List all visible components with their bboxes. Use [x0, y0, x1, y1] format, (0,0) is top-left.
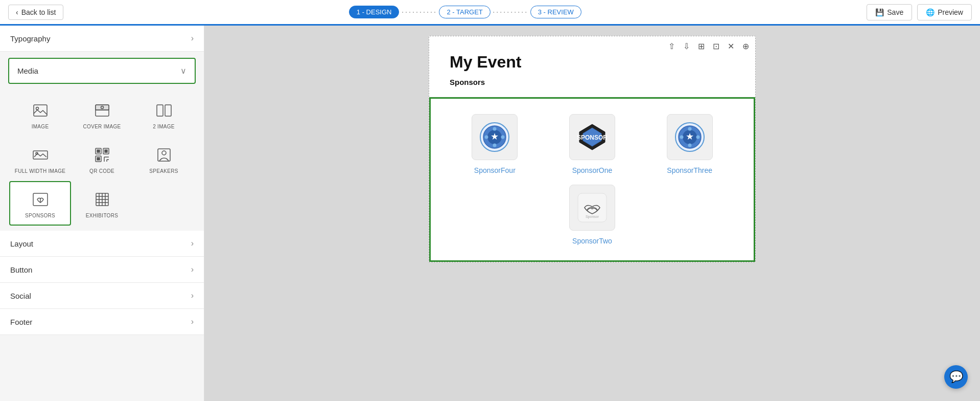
svg-point-47: [688, 144, 691, 147]
chevron-down-icon: ∨: [180, 66, 186, 76]
svg-point-21: [162, 151, 166, 155]
step-target: 2 - TARGET: [439, 6, 490, 18]
add-button[interactable]: ⊕: [740, 40, 751, 52]
cover-image-icon: [93, 101, 111, 120]
svg-point-36: [493, 144, 497, 147]
save-icon: 💾: [875, 8, 884, 16]
svg-point-9: [36, 152, 38, 154]
cover-image-label: COVER IMAGE: [83, 124, 121, 129]
sidebar-item-layout[interactable]: Layout ›: [0, 231, 204, 257]
chat-icon: 💬: [949, 370, 963, 384]
svg-text:★: ★: [491, 131, 499, 142]
back-button[interactable]: ‹ Back to list: [8, 5, 63, 20]
sponsors-icon: [31, 190, 50, 209]
sidebar-item-typography[interactable]: Typography ›: [0, 26, 204, 52]
chevron-right-button-icon: ›: [191, 265, 194, 274]
topbar-left: ‹ Back to list: [8, 5, 63, 20]
step-design-label[interactable]: 1 - DESIGN: [349, 6, 400, 18]
duplicate-button[interactable]: ⊞: [696, 40, 707, 52]
sidebar-item-button[interactable]: Button ›: [0, 257, 204, 283]
svg-text:SPONSOR: SPONSOR: [577, 134, 608, 141]
footer-label: Footer: [10, 318, 32, 326]
back-label: Back to list: [21, 8, 56, 16]
chevron-left-icon: ‹: [16, 8, 18, 16]
svg-point-51: [591, 206, 594, 209]
layout-label: Layout: [10, 239, 33, 248]
speakers-icon: [155, 146, 173, 164]
preview-label: Preview: [938, 8, 963, 16]
media-label: Media: [17, 66, 38, 75]
topbar: ‹ Back to list 1 - DESIGN ·········· 2 -…: [0, 0, 980, 26]
media-item-2image[interactable]: 2 IMAGE: [133, 92, 195, 137]
chevron-right-footer-icon: ›: [191, 317, 194, 326]
svg-rect-8: [33, 151, 48, 159]
sponsor-card-one: SPONSOR SponsorOne: [549, 114, 636, 174]
media-item-exhibitors[interactable]: EXHIBITORS: [71, 181, 133, 226]
sidebar-item-media[interactable]: Media ∨: [8, 58, 196, 84]
svg-text:★: ★: [686, 131, 694, 142]
step-review: 3 - REVIEW: [530, 6, 581, 18]
sponsor-card-four: ★ SponsorFour: [451, 114, 539, 174]
svg-point-1: [36, 107, 38, 110]
media-item-sponsors[interactable]: SPONSORS: [9, 181, 71, 226]
media-item-cover-image[interactable]: COVER IMAGE: [71, 92, 133, 137]
svg-rect-3: [96, 105, 109, 110]
social-label: Social: [10, 292, 31, 300]
sponsor-name-three: SponsorThree: [667, 166, 712, 174]
sponsor-logo-three: ★: [667, 114, 713, 160]
2image-icon: [155, 101, 173, 120]
speakers-label: SPEAKERS: [149, 168, 178, 174]
svg-rect-13: [97, 150, 100, 152]
svg-point-35: [493, 127, 497, 131]
media-item-qr-code[interactable]: QR CODE: [71, 137, 133, 181]
sponsor-card-three: ★ SponsorThree: [646, 114, 733, 174]
step-dots-1: ··········: [401, 7, 437, 17]
qr-code-label: QR CODE: [89, 168, 114, 174]
media-item-image[interactable]: IMAGE: [9, 92, 71, 137]
svg-rect-14: [105, 150, 107, 152]
svg-point-48: [680, 136, 683, 139]
sponsors-grid-row2: Sponsor SponsorTwo: [451, 185, 733, 245]
media-section: Media ∨ IMAGE: [0, 52, 204, 231]
step-design: 1 - DESIGN: [349, 6, 400, 18]
qr-code-icon: [93, 146, 111, 164]
2image-label: 2 IMAGE: [153, 124, 175, 129]
chevron-right-layout-icon: ›: [191, 239, 194, 248]
step-review-label[interactable]: 3 - REVIEW: [530, 6, 581, 18]
chat-button[interactable]: 💬: [944, 365, 968, 389]
image-label: IMAGE: [32, 124, 49, 129]
media-item-full-width-image[interactable]: FULL WIDTH IMAGE: [9, 137, 71, 181]
move-down-button[interactable]: ⇩: [681, 40, 692, 52]
sponsor-logo-two: Sponsor: [569, 185, 615, 231]
svg-rect-0: [34, 105, 47, 116]
full-width-image-label: FULL WIDTH IMAGE: [15, 168, 65, 174]
svg-rect-6: [157, 105, 163, 116]
step-dots-2: ··········: [493, 7, 528, 17]
sponsor-name-four: SponsorFour: [474, 166, 516, 174]
move-up-button[interactable]: ⇧: [666, 40, 677, 52]
sponsors-section[interactable]: ★ SponsorFour: [429, 97, 755, 262]
sponsors-grid-row1: ★ SponsorFour: [451, 114, 733, 174]
save-button[interactable]: 💾 Save: [867, 4, 912, 20]
email-canvas: ⇧ ⇩ ⊞ ⊡ ✕ ⊕ My Event Sponsors: [429, 36, 756, 262]
media-item-speakers[interactable]: SPEAKERS: [133, 137, 195, 181]
move-button[interactable]: ⊡: [711, 40, 721, 52]
media-grid: IMAGE COVER IMAGE: [4, 87, 200, 228]
exhibitors-label: EXHIBITORS: [86, 213, 118, 218]
sponsor-name-one: SponsorOne: [572, 166, 613, 174]
svg-point-49: [696, 136, 699, 139]
svg-rect-15: [97, 158, 100, 160]
sponsor-logo-one: SPONSOR: [569, 114, 615, 160]
topbar-actions: 💾 Save 🌐 Preview: [867, 4, 972, 20]
delete-button[interactable]: ✕: [726, 40, 736, 52]
sponsor-card-two: Sponsor SponsorTwo: [569, 185, 615, 245]
preview-button[interactable]: 🌐 Preview: [917, 4, 972, 20]
svg-point-46: [688, 127, 691, 131]
sponsors-label: SPONSORS: [25, 213, 55, 218]
sidebar-item-footer[interactable]: Footer ›: [0, 309, 204, 335]
step-target-label[interactable]: 2 - TARGET: [439, 6, 490, 18]
event-subtitle: Sponsors: [450, 78, 735, 86]
canvas-header-section: ⇧ ⇩ ⊞ ⊡ ✕ ⊕ My Event Sponsors: [429, 36, 755, 97]
sponsor-logo-four: ★: [472, 114, 518, 160]
sidebar-item-social[interactable]: Social ›: [0, 283, 204, 309]
